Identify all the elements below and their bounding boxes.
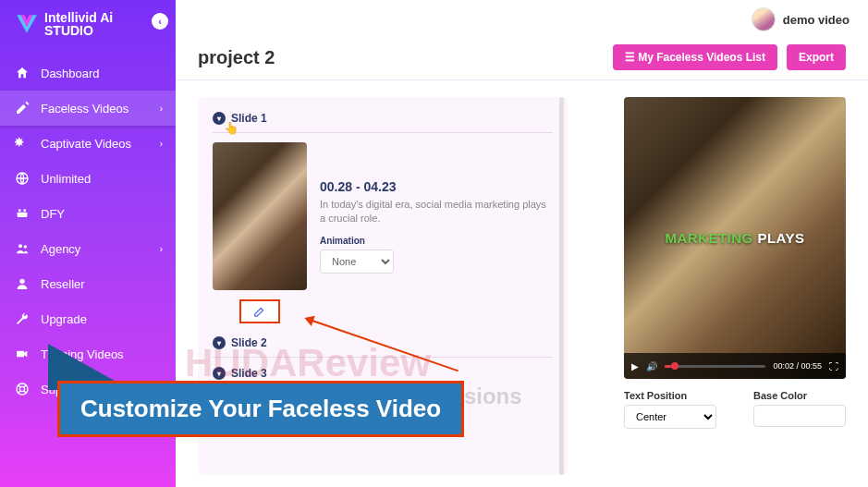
- seekbar[interactable]: [665, 365, 765, 368]
- scrollbar[interactable]: [559, 97, 564, 475]
- my-videos-list-button[interactable]: My Faceless Videos List: [613, 44, 777, 70]
- sidebar-item-label: Dashboard: [41, 67, 100, 80]
- video-overlay-text: MARKETING PLAYS: [665, 230, 804, 246]
- animation-select[interactable]: None: [320, 250, 394, 274]
- video-icon: [15, 347, 30, 361]
- base-color-picker[interactable]: [753, 405, 846, 427]
- slide-2-header[interactable]: ▾ Slide 2: [213, 336, 553, 358]
- svg-point-4: [18, 244, 22, 248]
- chevron-down-icon: ▾: [213, 336, 226, 349]
- sidebar-item-upgrade[interactable]: Upgrade: [0, 301, 176, 336]
- preview-panel: MARKETING PLAYS ▶ 🔊 00:02 / 00:55 ⛶ Text…: [586, 97, 846, 475]
- sidebar-item-reseller[interactable]: Reseller: [0, 266, 176, 301]
- sidebar-item-dashboard[interactable]: Dashboard: [0, 55, 176, 91]
- username: demo video: [783, 13, 850, 27]
- sidebar-item-label: Agency: [41, 242, 80, 256]
- slide-timestamp: 00.28 - 04.23: [320, 179, 553, 194]
- pencil-icon: [253, 305, 266, 318]
- globe-icon: [15, 171, 30, 186]
- video-preview[interactable]: MARKETING PLAYS ▶ 🔊 00:02 / 00:55 ⛶: [624, 97, 846, 379]
- brand-name: Intellivid Ai: [44, 11, 113, 24]
- sidebar-item-agency[interactable]: Agency ›: [0, 231, 176, 266]
- topbar: demo video: [176, 0, 868, 39]
- text-position-select[interactable]: Center: [624, 405, 716, 429]
- svg-point-5: [24, 245, 27, 248]
- sidebar-item-unlimited[interactable]: Unlimited: [0, 161, 176, 196]
- sidebar-collapse-icon[interactable]: ‹: [152, 13, 168, 30]
- svg-point-2: [18, 209, 21, 212]
- base-color-label: Base Color: [753, 390, 846, 401]
- users-icon: [15, 241, 30, 256]
- slide-thumbnail[interactable]: [213, 142, 307, 290]
- magic-icon: [15, 136, 30, 151]
- cursor-icon: 👆: [224, 121, 238, 135]
- video-time: 00:02 / 00:55: [773, 361, 822, 371]
- sidebar-item-faceless-videos[interactable]: Faceless Videos ›: [0, 91, 176, 126]
- logo: Intellivid Ai STUDIO ‹: [0, 0, 176, 48]
- sidebar-item-label: DFY: [41, 207, 65, 221]
- slide-description: In today's digital era, social media mar…: [320, 198, 553, 226]
- svg-rect-7: [17, 351, 24, 358]
- svg-rect-1: [18, 213, 28, 217]
- chevron-right-icon: ›: [160, 103, 163, 114]
- edit-icon: [15, 101, 30, 116]
- page-title: project 2: [198, 47, 275, 68]
- home-icon: [15, 66, 30, 80]
- sidebar-item-dfy[interactable]: DFY: [0, 196, 176, 231]
- fullscreen-icon[interactable]: ⛶: [829, 361, 838, 371]
- logo-icon: [15, 12, 39, 36]
- slide-1-body: 00.28 - 04.23 In today's digital era, so…: [213, 142, 553, 290]
- sidebar-item-label: Reseller: [41, 277, 85, 291]
- page-header: project 2 My Faceless Videos List Export: [176, 39, 868, 80]
- sidebar-item-label: Faceless Videos: [41, 102, 128, 116]
- text-position-label: Text Position: [624, 390, 716, 401]
- sidebar-item-label: Unlimited: [41, 172, 91, 186]
- svg-point-3: [23, 209, 26, 212]
- dfy-icon: [15, 206, 30, 221]
- sidebar-item-label: Captivate Videos: [41, 137, 131, 151]
- sidebar-item-captivate-videos[interactable]: Captivate Videos ›: [0, 126, 176, 161]
- callout-banner: Customize Your Faceless Video: [57, 381, 464, 437]
- avatar[interactable]: [752, 7, 776, 31]
- export-button[interactable]: Export: [787, 44, 846, 70]
- slide-label: Slide 3: [231, 367, 267, 380]
- svg-point-6: [19, 279, 24, 284]
- play-icon[interactable]: ▶: [631, 361, 639, 371]
- life-ring-icon: [15, 382, 30, 396]
- sidebar-item-label: Upgrade: [41, 312, 87, 326]
- volume-icon[interactable]: 🔊: [646, 361, 657, 371]
- chevron-down-icon: ▾: [213, 367, 226, 380]
- preview-options: Text Position Center Base Color: [624, 390, 846, 429]
- wrench-icon: [15, 311, 30, 326]
- slide-1-header[interactable]: ▾ Slide 1: [213, 112, 553, 133]
- brand-sub: STUDIO: [44, 24, 113, 37]
- edit-slide-button[interactable]: [239, 299, 280, 323]
- animation-label: Animation: [320, 236, 553, 246]
- chevron-right-icon: ›: [160, 244, 163, 254]
- chevron-right-icon: ›: [160, 139, 163, 149]
- svg-point-9: [19, 386, 24, 391]
- slide-label: Slide 2: [231, 336, 267, 349]
- video-controls: ▶ 🔊 00:02 / 00:55 ⛶: [624, 353, 846, 379]
- user-icon: [15, 276, 30, 291]
